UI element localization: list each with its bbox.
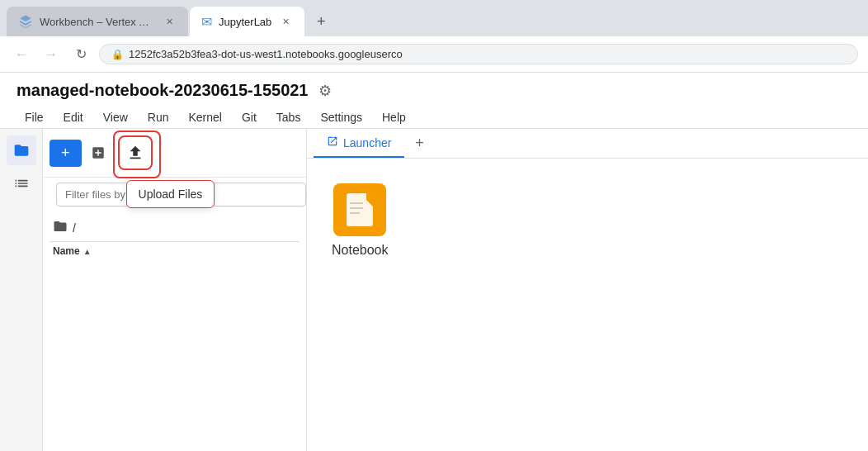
menu-file[interactable]: File xyxy=(17,107,52,128)
file-list-column-header: Name ▲ xyxy=(50,241,300,260)
tab-vertex[interactable]: Workbench – Vertex AI – tecto ✕ xyxy=(7,7,188,36)
plus-icon: + xyxy=(61,145,70,162)
back-button: ← xyxy=(10,43,33,66)
menu-git[interactable]: Git xyxy=(234,107,265,128)
address-text: 1252fc3a52b3fea3-dot-us-west1.notebooks.… xyxy=(129,48,403,60)
new-tab-button[interactable]: + xyxy=(309,10,333,33)
tab-jupyter-title: JupyterLab xyxy=(219,16,271,28)
file-list: / Name ▲ xyxy=(43,211,306,263)
upload-files-button[interactable] xyxy=(118,135,153,170)
notebook-icon xyxy=(333,183,386,236)
new-launcher-button[interactable] xyxy=(85,140,111,166)
sort-icon: ▲ xyxy=(83,247,92,256)
launcher-tab-icon xyxy=(327,135,338,150)
launcher-content: Notebook xyxy=(307,159,868,451)
menu-settings[interactable]: Settings xyxy=(312,107,370,128)
menu-view[interactable]: View xyxy=(95,107,136,128)
menu-bar: File Edit View Run Kernel Git Tabs Setti… xyxy=(17,107,851,128)
settings-icon[interactable]: ⚙ xyxy=(318,82,332,100)
main-content-area: Launcher + xyxy=(307,129,868,451)
tab-jupyter-close[interactable]: ✕ xyxy=(278,14,293,29)
notebook-icon-wrapper xyxy=(333,183,386,236)
menu-run[interactable]: Run xyxy=(139,107,177,128)
tab-jupyter[interactable]: ✉ JupyterLab ✕ xyxy=(190,7,304,36)
menu-help[interactable]: Help xyxy=(374,107,414,128)
vertex-icon xyxy=(18,14,33,29)
name-column-label: Name xyxy=(53,245,80,257)
launcher-tab-label: Launcher xyxy=(343,136,391,150)
sidebar-list-icon[interactable] xyxy=(7,169,36,198)
jupyter-icon: ✉ xyxy=(201,14,212,30)
jupyter-notebook-title: managed-notebook-20230615-155021 xyxy=(17,81,309,100)
menu-kernel[interactable]: Kernel xyxy=(180,107,229,128)
forward-button: → xyxy=(40,43,63,66)
root-folder-row[interactable]: / xyxy=(50,215,300,241)
tab-vertex-title: Workbench – Vertex AI – tecto xyxy=(40,16,155,28)
sidebar-files-icon[interactable] xyxy=(7,135,36,165)
notebook-card[interactable]: Notebook xyxy=(332,183,389,258)
file-browser-panel: + Upload Fi xyxy=(43,129,307,451)
reload-button[interactable]: ↻ xyxy=(69,43,92,66)
new-folder-button[interactable]: + xyxy=(50,140,82,167)
notebook-label: Notebook xyxy=(332,243,389,258)
upload-tooltip: Upload Files xyxy=(126,180,215,208)
lock-icon: 🔒 xyxy=(111,49,124,60)
add-tab-button[interactable]: + xyxy=(408,132,431,155)
file-browser-toolbar: + Upload Fi xyxy=(43,129,306,178)
launcher-tab[interactable]: Launcher xyxy=(314,129,404,158)
menu-tabs[interactable]: Tabs xyxy=(268,107,309,128)
upload-button-wrapper: Upload Files xyxy=(118,135,153,170)
tab-vertex-close[interactable]: ✕ xyxy=(162,14,177,29)
sidebar-icon-panel xyxy=(0,129,43,451)
folder-icon xyxy=(53,219,68,237)
root-folder-name: / xyxy=(73,221,76,235)
jupyter-tab-bar: Launcher + xyxy=(307,129,868,159)
menu-edit[interactable]: Edit xyxy=(55,107,92,128)
